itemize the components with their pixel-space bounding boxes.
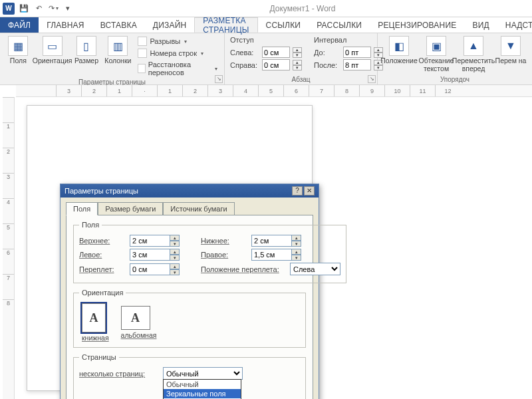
position-button[interactable]: ◧Положение bbox=[383, 36, 415, 65]
breaks-icon bbox=[138, 37, 147, 46]
gutter-spinner[interactable]: ▴▾ bbox=[170, 263, 180, 275]
position-icon: ◧ bbox=[389, 36, 409, 56]
tab-mailings[interactable]: РАССЫЛКИ bbox=[309, 17, 370, 33]
line-numbers-button[interactable]: Номера строк bbox=[136, 48, 219, 59]
word-app-icon: W bbox=[3, 3, 15, 15]
orientation-portrait[interactable]: A книжная bbox=[82, 303, 109, 342]
breaks-button[interactable]: Разрывы bbox=[136, 36, 219, 47]
multi-pages-select[interactable]: Обычный bbox=[163, 367, 243, 380]
dialog-tabs: Поля Размер бумаги Источник бумаги bbox=[61, 198, 319, 215]
left-margin-spinner[interactable]: ▴▾ bbox=[170, 249, 180, 261]
spacing-heading: Интервал bbox=[314, 36, 383, 44]
top-margin-spinner[interactable]: ▴▾ bbox=[170, 235, 180, 247]
window-title: Документ1 - Word bbox=[73, 4, 532, 13]
tab-file[interactable]: ФАЙЛ bbox=[0, 17, 39, 33]
gutter-label: Переплет: bbox=[79, 265, 126, 273]
top-margin-input[interactable] bbox=[130, 235, 170, 247]
dialog-title: Параметры страницы bbox=[65, 187, 138, 195]
landscape-icon: A bbox=[121, 306, 150, 330]
dialog-help-button[interactable]: ? bbox=[292, 186, 303, 196]
multi-option-0[interactable]: Обычный bbox=[164, 380, 241, 389]
left-margin-label: Левое: bbox=[79, 251, 126, 259]
pages-legend: Страницы bbox=[79, 353, 119, 361]
size-button[interactable]: ▯Размер bbox=[74, 36, 100, 65]
indent-left-label: Слева: bbox=[230, 49, 259, 57]
wrap-icon: ▣ bbox=[426, 36, 446, 56]
ribbon-tabs: ФАЙЛ ГЛАВНАЯ ВСТАВКА ДИЗАЙН РАЗМЕТКА СТР… bbox=[0, 17, 532, 33]
page-setup-launcher[interactable]: ↘ bbox=[215, 75, 223, 83]
paragraph-launcher[interactable]: ↘ bbox=[368, 75, 376, 83]
multi-option-1[interactable]: Зеркальные поля bbox=[164, 389, 241, 398]
right-margin-label: Правое: bbox=[201, 251, 247, 259]
backward-icon: ▼ bbox=[501, 36, 521, 56]
right-margin-input[interactable] bbox=[251, 249, 291, 261]
title-bar: W 💾 ↶ ↷ ▾ Документ1 - Word bbox=[0, 0, 532, 17]
tab-home[interactable]: ГЛАВНАЯ bbox=[39, 17, 92, 33]
tab-review[interactable]: РЕЦЕНЗИРОВАНИЕ bbox=[370, 17, 464, 33]
save-icon[interactable]: 💾 bbox=[19, 3, 29, 14]
tab-insert[interactable]: ВСТАВКА bbox=[92, 17, 145, 33]
bottom-margin-input[interactable] bbox=[251, 235, 291, 247]
margins-icon: ▦ bbox=[8, 36, 28, 56]
tab-addins[interactable]: НАДСТРОЙК bbox=[497, 17, 532, 33]
bring-forward-button[interactable]: ▲Переместить вперед bbox=[458, 36, 489, 72]
ribbon: ▦Поля ▭Ориентация ▯Размер ▥Колонки Разры… bbox=[0, 33, 532, 85]
dialog-close-button[interactable]: ✕ bbox=[304, 186, 315, 196]
fields-group-legend: Поля bbox=[79, 221, 102, 229]
document-area: 321·123456789101112 12345678 Параметры с… bbox=[0, 85, 532, 399]
indent-left-input[interactable] bbox=[262, 47, 290, 58]
horizontal-ruler[interactable]: 321·123456789101112 bbox=[16, 85, 532, 97]
tab-page-layout[interactable]: РАЗМЕТКА СТРАНИЦЫ bbox=[194, 17, 257, 33]
qat-customize-icon[interactable]: ▾ bbox=[63, 3, 73, 14]
left-margin-input[interactable] bbox=[130, 249, 170, 261]
orientation-legend: Ориентация bbox=[79, 289, 126, 297]
gutter-input[interactable] bbox=[130, 263, 170, 275]
dialog-tab-source[interactable]: Источник бумаги bbox=[163, 202, 234, 215]
app-window: W 💾 ↶ ↷ ▾ Документ1 - Word ФАЙЛ ГЛАВНАЯ … bbox=[0, 0, 532, 399]
vertical-ruler[interactable]: 12345678 bbox=[3, 97, 15, 399]
tab-design[interactable]: ДИЗАЙН bbox=[145, 17, 195, 33]
indent-heading: Отступ bbox=[230, 36, 302, 44]
orientation-group: Ориентация A книжная A альбомная bbox=[73, 289, 306, 348]
send-backward-button[interactable]: ▼Перем на bbox=[495, 36, 527, 65]
gutter-position-select[interactable]: Слева bbox=[290, 263, 340, 275]
group-paragraph: Отступ Слева:▴▾ Справа:▴▾ Интервал До:▴▾… bbox=[225, 33, 378, 84]
dialog-body: Поля Верхнее: ▴▾ Нижнее: ▴▾ Левое: ▴▾ Пр… bbox=[66, 215, 313, 399]
hyphenation-button[interactable]: Расстановка переносов bbox=[136, 60, 219, 77]
dialog-tab-fields[interactable]: Поля bbox=[66, 202, 98, 215]
indent-right-input[interactable] bbox=[262, 59, 290, 70]
wrap-text-button[interactable]: ▣Обтекание текстом bbox=[420, 36, 452, 72]
portrait-icon: A bbox=[82, 303, 106, 332]
redo-icon[interactable]: ↷ bbox=[48, 3, 59, 14]
right-margin-spinner[interactable]: ▴▾ bbox=[291, 249, 301, 261]
tab-references[interactable]: ССЫЛКИ bbox=[258, 17, 309, 33]
dialog-tab-paper[interactable]: Размер бумаги bbox=[98, 202, 163, 215]
bottom-margin-label: Нижнее: bbox=[201, 237, 247, 245]
spacing-before-input[interactable] bbox=[343, 47, 371, 58]
orientation-button[interactable]: ▭Ориентация bbox=[37, 36, 68, 65]
indent-left-spinner[interactable]: ▴▾ bbox=[293, 47, 302, 58]
orientation-landscape[interactable]: A альбомная bbox=[121, 303, 157, 342]
size-icon: ▯ bbox=[76, 36, 96, 56]
columns-button[interactable]: ▥Колонки bbox=[104, 36, 131, 65]
multi-pages-label: несколько страниц: bbox=[79, 370, 159, 378]
hyphen-icon bbox=[138, 64, 145, 73]
tab-view[interactable]: ВИД bbox=[464, 17, 497, 33]
margins-button[interactable]: ▦Поля bbox=[5, 36, 31, 65]
bottom-margin-spinner[interactable]: ▴▾ bbox=[291, 235, 301, 247]
spacing-after-label: После: bbox=[314, 61, 340, 69]
group-arrange-title: Упорядоч bbox=[383, 74, 527, 83]
pages-group: Страницы несколько страниц: Обычный Обыч… bbox=[73, 353, 306, 399]
spacing-before-label: До: bbox=[314, 49, 340, 57]
undo-icon[interactable]: ↶ bbox=[33, 3, 44, 14]
dialog-titlebar[interactable]: Параметры страницы ? ✕ bbox=[61, 184, 319, 198]
quick-access-toolbar: W 💾 ↶ ↷ ▾ bbox=[0, 3, 73, 15]
page-setup-dialog: Параметры страницы ? ✕ Поля Размер бумаг… bbox=[60, 184, 319, 399]
spacing-after-input[interactable] bbox=[343, 59, 371, 70]
orientation-icon: ▭ bbox=[43, 36, 63, 56]
indent-right-spinner[interactable]: ▴▾ bbox=[293, 60, 302, 70]
multi-pages-dropdown: Обычный Зеркальные поля 2 страницы на ли… bbox=[163, 379, 241, 399]
gutter-position-label: Положение переплета: bbox=[201, 265, 286, 273]
group-paragraph-title: Абзац bbox=[230, 74, 372, 83]
linenum-icon bbox=[138, 49, 147, 58]
